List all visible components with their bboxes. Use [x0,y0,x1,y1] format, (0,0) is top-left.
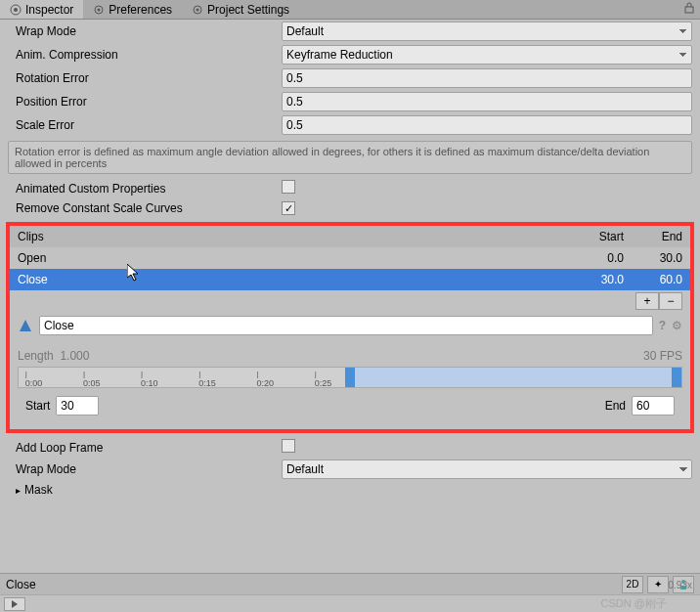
mask-foldout[interactable]: Mask [8,481,692,499]
preview-bar: Close 2D ✦ [0,573,700,594]
help-icon[interactable]: ? [659,319,666,332]
timeline-tick: 0:15 [198,370,216,388]
wrap-mode-2-label: Wrap Mode [8,462,282,476]
svg-point-1 [14,8,18,12]
timeline-end-handle[interactable] [672,368,681,387]
remove-constant-scale-label: Remove Constant Scale Curves [8,201,282,215]
start-end-row: Start End [18,388,682,415]
tab-inspector[interactable]: Inspector [0,0,83,19]
rotation-error-input[interactable] [282,68,692,88]
play-bar: CSDN @刚子 [0,594,700,612]
length-label: Length [18,349,54,363]
length-value: 1.000 [60,349,89,363]
svg-marker-9 [12,600,18,608]
preview-clip-name: Close [6,578,618,591]
tab-label: Inspector [25,3,73,17]
position-error-row: Position Error [8,90,692,113]
lock-button[interactable] [678,0,700,19]
add-clip-button[interactable]: + [635,292,659,310]
clip-name-row: ? ⚙ [10,312,690,339]
clip-buttons: + − [10,290,690,312]
scale-error-label: Scale Error [8,118,282,132]
mode-2d-button[interactable]: 2D [622,576,643,593]
end-input[interactable] [632,396,675,415]
timeline-tick: 0:25 [315,370,332,388]
play-button[interactable] [4,597,25,611]
wrap-mode-select[interactable]: Default [282,22,692,41]
wrap-mode-2-row: Wrap Mode Default [8,458,692,481]
timeline-tick: 0:00 [25,370,43,388]
timeline-tick: 0:10 [141,370,158,388]
start-label: Start [25,399,50,413]
lock-icon [684,2,694,14]
length-row: Length 1.000 30 FPS [18,345,682,367]
add-loop-frame-checkbox[interactable] [282,439,295,453]
tab-preferences[interactable]: Preferences [83,0,182,19]
svg-point-3 [98,8,101,11]
animated-custom-props-row: Animated Custom Properties [8,178,692,198]
timeline-section: Length 1.000 30 FPS 0:000:050:100:150:20… [10,339,690,421]
play-icon [11,600,19,608]
fps-label: 30 FPS [643,349,682,363]
svg-point-5 [197,8,199,11]
end-label: End [605,399,626,413]
gear-icon [192,4,203,16]
clips-section-highlight: Clips Start End Open 0.0 30.0 Close 30.0… [6,222,694,433]
timeline-tick: 0:20 [256,370,274,388]
timeline-tick: 0:05 [83,370,101,388]
rotation-error-row: Rotation Error [8,66,692,90]
tab-label: Project Settings [207,3,289,17]
add-loop-frame-label: Add Loop Frame [8,441,282,455]
position-error-label: Position Error [8,95,282,109]
rotation-error-label: Rotation Error [8,71,282,85]
add-loop-frame-row: Add Loop Frame [8,437,692,458]
gear-icon [93,4,105,16]
tab-label: Preferences [109,3,172,17]
clip-row-close[interactable]: Close 30.0 60.0 [10,269,690,290]
anim-compression-row: Anim. Compression Keyframe Reduction [8,43,692,66]
scale-error-input[interactable] [282,115,692,135]
remove-constant-scale-checkbox[interactable] [282,201,295,215]
anim-compression-label: Anim. Compression [8,48,282,62]
scale-error-row: Scale Error [8,113,692,137]
position-error-input[interactable] [282,92,692,111]
clip-name-input[interactable] [39,316,653,335]
gizmo-button[interactable]: ✦ [647,576,669,593]
remove-clip-button[interactable]: − [659,292,682,310]
anim-compression-select[interactable]: Keyframe Reduction [282,45,692,65]
tabs-bar: Inspector Preferences Project Settings [0,0,700,20]
watermark-text: CSDN @刚子 [601,596,667,611]
animated-custom-props-checkbox[interactable] [282,180,295,194]
svg-rect-6 [685,7,693,13]
timeline[interactable]: 0:000:050:100:150:200:251:001:051:101:15… [18,367,682,388]
clips-header-name: Clips [18,230,565,243]
clips-header-end: End [624,230,682,243]
svg-marker-7 [20,320,31,331]
wrap-mode-label: Wrap Mode [8,24,282,38]
inspector-icon [10,4,22,16]
zoom-level: 0.93x [669,580,692,590]
error-info-text: Rotation error is defined as maximum ang… [8,141,692,174]
clip-settings-icon[interactable]: ⚙ [672,319,682,332]
start-input[interactable] [56,396,99,415]
tab-project-settings[interactable]: Project Settings [182,0,299,19]
mask-label: Mask [24,483,53,497]
timeline-selection [350,368,681,387]
clip-row-open[interactable]: Open 0.0 30.0 [10,247,690,269]
timeline-start-handle[interactable] [345,368,355,387]
clips-header: Clips Start End [10,226,690,247]
clip-triangle-icon [18,318,33,333]
wrap-mode-2-select[interactable]: Default [282,459,692,479]
remove-constant-scale-row: Remove Constant Scale Curves [8,198,692,218]
clips-header-start: Start [565,230,624,243]
wrap-mode-row: Wrap Mode Default [8,20,692,43]
animated-custom-props-label: Animated Custom Properties [8,182,282,196]
